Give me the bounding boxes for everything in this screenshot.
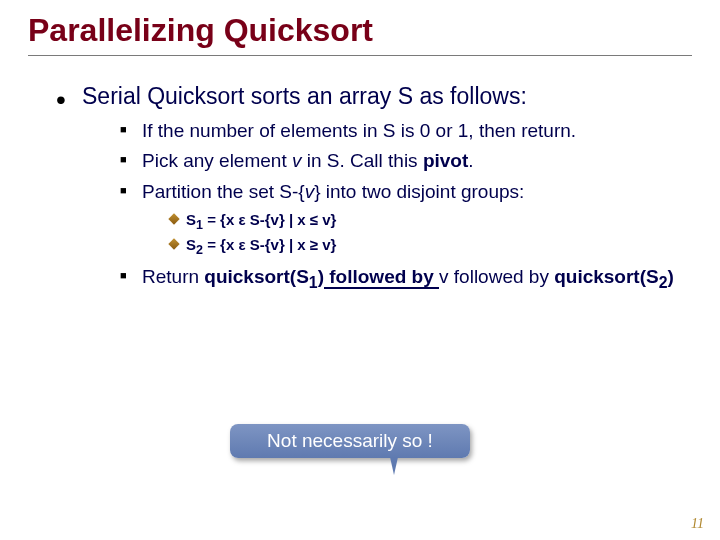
divider xyxy=(28,55,692,56)
step4-fb: followed by xyxy=(324,266,439,289)
partition-list: S1 = {x ε S-{v} | x ≤ v} S2 = {x ε S-{v}… xyxy=(142,209,692,259)
step-1: If the number of elements in S is 0 or 1… xyxy=(120,119,692,144)
slide: Parallelizing Quicksort Serial Quicksort… xyxy=(0,0,720,540)
step3-a: Partition the set S-{ xyxy=(142,181,305,202)
callout-wrap: Not necessarily so ! xyxy=(230,424,470,475)
s1-def: S1 = {x ε S-{v} | x ≤ v} xyxy=(168,209,692,234)
step4-q1-sub: 1 xyxy=(309,274,318,291)
step-3: Partition the set S-{v} into two disjoin… xyxy=(120,180,692,259)
step-4: Return quicksort(S1) followed by v follo… xyxy=(120,265,692,293)
s2-a: S xyxy=(186,236,196,253)
s2-sub: 2 xyxy=(196,243,203,257)
step4-v: v followed by xyxy=(439,266,554,287)
intro-text: Serial Quicksort sorts an array S as fol… xyxy=(82,83,527,109)
bullet-list: Serial Quicksort sorts an array S as fol… xyxy=(56,82,692,293)
step2-pivot: pivot xyxy=(423,150,468,171)
steps-list: If the number of elements in S is 0 or 1… xyxy=(82,119,692,294)
content: Serial Quicksort sorts an array S as fol… xyxy=(28,82,692,293)
step4-q2b: ) xyxy=(668,266,674,287)
step4-q1-text: quicksort(S xyxy=(204,266,309,287)
step4-q2-text: quicksort(S xyxy=(554,266,659,287)
step3-v: v xyxy=(305,181,315,202)
step4-q2: quicksort(S2) xyxy=(554,266,674,287)
s1-b: = {x ε S-{v} | x ≤ v} xyxy=(203,211,336,228)
page-number: 11 xyxy=(691,516,704,532)
step2-v: v xyxy=(292,150,307,171)
s1-sub: 1 xyxy=(196,218,203,232)
step2-a: Pick any element xyxy=(142,150,292,171)
intro-item: Serial Quicksort sorts an array S as fol… xyxy=(56,82,692,293)
step4-q1: quicksort(S1) xyxy=(204,266,324,287)
callout-bubble: Not necessarily so ! xyxy=(230,424,470,458)
page-title: Parallelizing Quicksort xyxy=(28,12,692,49)
step4-q2-sub: 2 xyxy=(659,274,668,291)
s1-a: S xyxy=(186,211,196,228)
step4-a: Return xyxy=(142,266,204,287)
s2-def: S2 = {x ε S-{v} | x ≥ v} xyxy=(168,234,692,259)
s2-b: = {x ε S-{v} | x ≥ v} xyxy=(203,236,336,253)
step2-c: . xyxy=(468,150,473,171)
step2-b: in S. Call this xyxy=(307,150,423,171)
step-2: Pick any element v in S. Call this pivot… xyxy=(120,149,692,174)
callout-arrow-icon xyxy=(390,457,398,475)
step3-b: } into two disjoint groups: xyxy=(314,181,524,202)
